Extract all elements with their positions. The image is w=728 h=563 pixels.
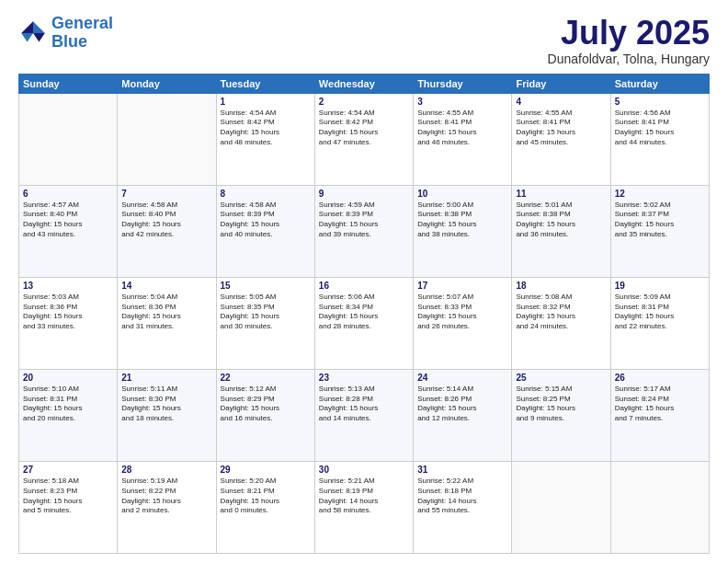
day-number: 4 [516, 97, 606, 107]
day-number: 21 [121, 373, 211, 383]
calendar-cell: 15Sunrise: 5:05 AM Sunset: 8:35 PM Dayli… [216, 277, 314, 369]
week-row-1: 1Sunrise: 4:54 AM Sunset: 8:42 PM Daylig… [19, 93, 710, 185]
day-number: 24 [417, 373, 507, 383]
day-number: 5 [615, 97, 705, 107]
day-number: 22 [221, 373, 311, 383]
day-info: Sunrise: 5:05 AM Sunset: 8:35 PM Dayligh… [221, 293, 311, 332]
calendar-cell: 17Sunrise: 5:07 AM Sunset: 8:33 PM Dayli… [414, 277, 512, 369]
calendar-cell [610, 461, 709, 553]
calendar-cell: 1Sunrise: 4:54 AM Sunset: 8:42 PM Daylig… [216, 93, 314, 185]
day-info: Sunrise: 5:11 AM Sunset: 8:30 PM Dayligh… [121, 385, 211, 424]
day-info: Sunrise: 5:08 AM Sunset: 8:32 PM Dayligh… [516, 293, 606, 332]
day-number: 13 [23, 281, 113, 291]
day-number: 9 [319, 189, 409, 199]
calendar-cell: 16Sunrise: 5:06 AM Sunset: 8:34 PM Dayli… [314, 277, 413, 369]
calendar-cell: 21Sunrise: 5:11 AM Sunset: 8:30 PM Dayli… [118, 369, 216, 461]
calendar: SundayMondayTuesdayWednesdayThursdayFrid… [18, 74, 710, 554]
header-day-friday: Friday [512, 74, 610, 93]
day-number: 12 [615, 189, 705, 199]
calendar-cell: 8Sunrise: 4:58 AM Sunset: 8:39 PM Daylig… [216, 185, 314, 277]
calendar-cell: 27Sunrise: 5:18 AM Sunset: 8:23 PM Dayli… [19, 461, 118, 553]
day-info: Sunrise: 5:13 AM Sunset: 8:28 PM Dayligh… [319, 385, 409, 424]
day-info: Sunrise: 5:04 AM Sunset: 8:36 PM Dayligh… [121, 293, 211, 332]
day-info: Sunrise: 5:17 AM Sunset: 8:24 PM Dayligh… [615, 385, 705, 424]
day-info: Sunrise: 4:57 AM Sunset: 8:40 PM Dayligh… [23, 201, 113, 240]
calendar-cell: 30Sunrise: 5:21 AM Sunset: 8:19 PM Dayli… [314, 461, 413, 553]
day-info: Sunrise: 5:21 AM Sunset: 8:19 PM Dayligh… [319, 477, 409, 516]
day-number: 20 [23, 373, 113, 383]
calendar-cell: 14Sunrise: 5:04 AM Sunset: 8:36 PM Dayli… [118, 277, 216, 369]
day-info: Sunrise: 5:22 AM Sunset: 8:18 PM Dayligh… [417, 477, 507, 516]
calendar-cell: 4Sunrise: 4:55 AM Sunset: 8:41 PM Daylig… [512, 93, 610, 185]
day-number: 6 [23, 189, 113, 199]
calendar-cell: 20Sunrise: 5:10 AM Sunset: 8:31 PM Dayli… [19, 369, 118, 461]
week-row-4: 20Sunrise: 5:10 AM Sunset: 8:31 PM Dayli… [19, 369, 710, 461]
calendar-cell: 3Sunrise: 4:55 AM Sunset: 8:41 PM Daylig… [414, 93, 512, 185]
calendar-cell: 23Sunrise: 5:13 AM Sunset: 8:28 PM Dayli… [314, 369, 413, 461]
day-number: 10 [417, 189, 507, 199]
calendar-cell: 31Sunrise: 5:22 AM Sunset: 8:18 PM Dayli… [414, 461, 512, 553]
main-title: July 2025 [548, 15, 710, 52]
day-number: 26 [615, 373, 705, 383]
day-number: 1 [221, 97, 311, 107]
week-row-3: 13Sunrise: 5:03 AM Sunset: 8:36 PM Dayli… [19, 277, 710, 369]
day-number: 8 [221, 189, 311, 199]
day-number: 15 [221, 281, 311, 291]
day-info: Sunrise: 5:01 AM Sunset: 8:38 PM Dayligh… [516, 201, 606, 240]
day-info: Sunrise: 5:06 AM Sunset: 8:34 PM Dayligh… [319, 293, 409, 332]
calendar-cell: 18Sunrise: 5:08 AM Sunset: 8:32 PM Dayli… [512, 277, 610, 369]
calendar-cell: 6Sunrise: 4:57 AM Sunset: 8:40 PM Daylig… [19, 185, 118, 277]
week-row-2: 6Sunrise: 4:57 AM Sunset: 8:40 PM Daylig… [19, 185, 710, 277]
logo-text: General Blue [51, 15, 113, 52]
day-number: 19 [615, 281, 705, 291]
day-number: 30 [319, 465, 409, 475]
calendar-cell: 13Sunrise: 5:03 AM Sunset: 8:36 PM Dayli… [19, 277, 118, 369]
day-number: 23 [319, 373, 409, 383]
calendar-cell [118, 93, 216, 185]
day-number: 16 [319, 281, 409, 291]
calendar-header-row: SundayMondayTuesdayWednesdayThursdayFrid… [19, 74, 710, 93]
day-number: 28 [121, 465, 211, 475]
day-info: Sunrise: 4:55 AM Sunset: 8:41 PM Dayligh… [417, 109, 507, 148]
day-info: Sunrise: 4:55 AM Sunset: 8:41 PM Dayligh… [516, 109, 606, 148]
calendar-cell: 19Sunrise: 5:09 AM Sunset: 8:31 PM Dayli… [610, 277, 709, 369]
day-info: Sunrise: 5:18 AM Sunset: 8:23 PM Dayligh… [23, 477, 113, 516]
logo-icon [18, 18, 48, 48]
header-day-sunday: Sunday [19, 74, 118, 93]
svg-marker-0 [33, 21, 45, 33]
calendar-cell: 26Sunrise: 5:17 AM Sunset: 8:24 PM Dayli… [610, 369, 709, 461]
calendar-cell: 11Sunrise: 5:01 AM Sunset: 8:38 PM Dayli… [512, 185, 610, 277]
calendar-cell [19, 93, 118, 185]
svg-marker-3 [21, 33, 33, 42]
calendar-cell: 5Sunrise: 4:56 AM Sunset: 8:41 PM Daylig… [610, 93, 709, 185]
day-info: Sunrise: 5:07 AM Sunset: 8:33 PM Dayligh… [417, 293, 507, 332]
svg-marker-1 [33, 33, 45, 42]
week-row-5: 27Sunrise: 5:18 AM Sunset: 8:23 PM Dayli… [19, 461, 710, 553]
day-number: 25 [516, 373, 606, 383]
day-info: Sunrise: 5:19 AM Sunset: 8:22 PM Dayligh… [121, 477, 211, 516]
logo: General Blue [18, 15, 113, 52]
svg-marker-2 [21, 21, 33, 33]
day-info: Sunrise: 5:03 AM Sunset: 8:36 PM Dayligh… [23, 293, 113, 332]
day-info: Sunrise: 4:58 AM Sunset: 8:39 PM Dayligh… [221, 201, 311, 240]
day-info: Sunrise: 5:09 AM Sunset: 8:31 PM Dayligh… [615, 293, 705, 332]
subtitle: Dunafoldvar, Tolna, Hungary [548, 52, 710, 66]
day-number: 11 [516, 189, 606, 199]
header-day-saturday: Saturday [610, 74, 709, 93]
day-info: Sunrise: 4:56 AM Sunset: 8:41 PM Dayligh… [615, 109, 705, 148]
day-number: 14 [121, 281, 211, 291]
header-day-tuesday: Tuesday [216, 74, 314, 93]
calendar-cell [512, 461, 610, 553]
calendar-cell: 29Sunrise: 5:20 AM Sunset: 8:21 PM Dayli… [216, 461, 314, 553]
calendar-cell: 7Sunrise: 4:58 AM Sunset: 8:40 PM Daylig… [118, 185, 216, 277]
day-number: 31 [417, 465, 507, 475]
day-number: 2 [319, 97, 409, 107]
day-info: Sunrise: 5:02 AM Sunset: 8:37 PM Dayligh… [615, 201, 705, 240]
day-info: Sunrise: 5:10 AM Sunset: 8:31 PM Dayligh… [23, 385, 113, 424]
calendar-cell: 24Sunrise: 5:14 AM Sunset: 8:26 PM Dayli… [414, 369, 512, 461]
day-info: Sunrise: 5:14 AM Sunset: 8:26 PM Dayligh… [417, 385, 507, 424]
header-day-thursday: Thursday [414, 74, 512, 93]
calendar-cell: 9Sunrise: 4:59 AM Sunset: 8:39 PM Daylig… [314, 185, 413, 277]
title-block: July 2025 Dunafoldvar, Tolna, Hungary [548, 15, 710, 66]
day-info: Sunrise: 4:54 AM Sunset: 8:42 PM Dayligh… [319, 109, 409, 148]
